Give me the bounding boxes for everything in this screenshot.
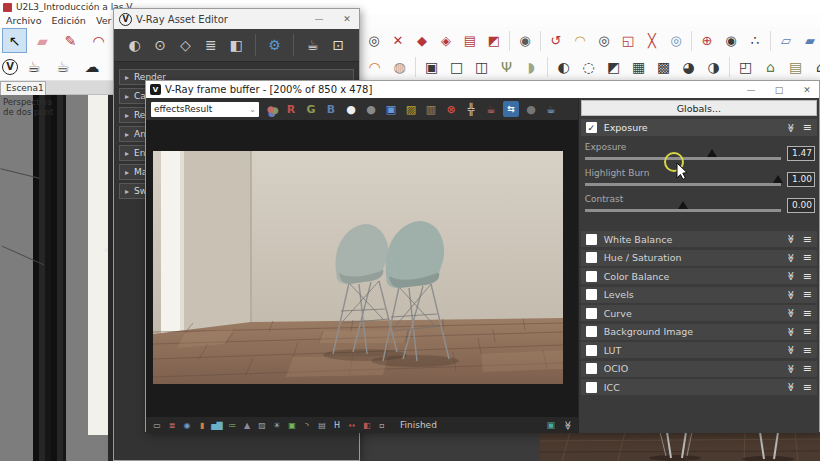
exposure-section-header[interactable]: ✓ Exposure ≫ ≡ bbox=[581, 119, 817, 136]
arc-tool-icon[interactable]: ◠ bbox=[86, 28, 111, 53]
collapse-chevron-icon[interactable]: ≫ bbox=[786, 253, 796, 262]
bars-icon[interactable]: ▮▯ bbox=[360, 419, 373, 431]
effect-checkbox[interactable] bbox=[586, 308, 597, 319]
checker-ball-icon[interactable]: ◕ bbox=[677, 54, 700, 79]
effect-row-background-image[interactable]: Background Image≫≡ bbox=[581, 324, 817, 340]
curve-area-icon[interactable]: ▲ bbox=[240, 419, 253, 431]
exposure-checkbox[interactable]: ✓ bbox=[586, 122, 597, 133]
close-button[interactable]: ✕ bbox=[795, 85, 819, 95]
stop-render-icon[interactable]: ⊗ bbox=[443, 101, 459, 117]
slider-value-field[interactable]: 1.00 bbox=[787, 172, 815, 187]
section-menu-icon[interactable]: ≡ bbox=[803, 307, 812, 320]
box-open-icon[interactable]: ◫ bbox=[470, 54, 493, 79]
vray-interactive-render-icon[interactable]: ☕ bbox=[50, 54, 76, 79]
slider-track[interactable] bbox=[585, 157, 781, 160]
effect-checkbox[interactable] bbox=[586, 382, 597, 393]
polygon-dome-icon[interactable]: ◠ bbox=[363, 54, 386, 79]
menu-item-archivo[interactable]: Archivo bbox=[6, 15, 42, 26]
lights-icon[interactable]: ⊙ bbox=[151, 36, 168, 55]
zoom-tool-icon[interactable]: ◎ bbox=[363, 28, 385, 53]
section-display-icon[interactable]: ▰ bbox=[799, 28, 820, 53]
frame-buffer-canvas[interactable] bbox=[146, 120, 578, 417]
effect-checkbox[interactable] bbox=[586, 345, 597, 356]
collapse-chevron-icon[interactable]: ≫ bbox=[786, 123, 796, 132]
section-menu-icon[interactable]: ≡ bbox=[803, 325, 812, 338]
open-folder-icon[interactable]: ▨ bbox=[403, 101, 419, 117]
texture-dice-icon[interactable]: ▦ bbox=[627, 54, 650, 79]
pencil-tool-icon[interactable]: ✎ bbox=[58, 28, 83, 53]
slider-track[interactable] bbox=[585, 209, 781, 212]
slider-marker[interactable] bbox=[707, 149, 717, 157]
minimize-button[interactable]: — bbox=[307, 14, 331, 24]
effect-row-white-balance[interactable]: White Balance≫≡ bbox=[581, 231, 817, 247]
layers-icon[interactable]: ≣ bbox=[202, 36, 219, 55]
effect-row-curve[interactable]: Curve≫≡ bbox=[581, 305, 817, 321]
grass-icon[interactable]: Ψ bbox=[495, 54, 518, 79]
frame-buffer-icon[interactable]: ⊡ bbox=[330, 36, 347, 55]
grab-box-icon[interactable]: ◰ bbox=[734, 54, 757, 79]
pixel-probe-icon[interactable]: ▫ bbox=[375, 419, 388, 431]
info-icon[interactable]: ◉ bbox=[180, 419, 193, 431]
slider-marker[interactable] bbox=[678, 201, 688, 209]
red-channel-button[interactable]: R bbox=[283, 101, 299, 117]
blue-channel-button[interactable]: B bbox=[323, 101, 339, 117]
collapse-chevron-icon[interactable]: ≫ bbox=[786, 234, 796, 243]
scene-tab[interactable]: Escena1 bbox=[0, 81, 46, 95]
texture-dice-b-icon[interactable]: ▩ bbox=[652, 54, 675, 79]
panel-collapse-arrow-icon[interactable]: ‹ bbox=[104, 243, 108, 256]
section-menu-icon[interactable]: ≡ bbox=[803, 381, 812, 394]
collapse-chevron-icon[interactable]: ≫ bbox=[786, 327, 796, 336]
section-menu-icon[interactable]: ≡ bbox=[803, 121, 812, 134]
split-diagonal-icon[interactable]: ◩ bbox=[602, 54, 625, 79]
arrows-red-icon[interactable]: ↔ bbox=[345, 419, 358, 431]
collapse-chevron-icon[interactable]: ≫ bbox=[786, 345, 796, 354]
geometry-icon[interactable]: ◇ bbox=[177, 36, 194, 55]
zoom-extents-icon[interactable]: ✕ bbox=[387, 28, 409, 53]
white-circle-icon[interactable]: ● bbox=[343, 101, 359, 117]
look-around-icon[interactable]: ◉ bbox=[720, 28, 742, 53]
vray-render-icon[interactable]: ☕ bbox=[21, 54, 47, 79]
gradient-icon[interactable]: ▮ bbox=[195, 419, 208, 431]
maximize-button[interactable]: □ bbox=[767, 85, 791, 95]
minimize-button[interactable]: — bbox=[739, 85, 763, 95]
section-menu-icon[interactable]: ≡ bbox=[803, 270, 812, 283]
house-component-icon[interactable]: ⌂ bbox=[759, 54, 782, 79]
effect-checkbox[interactable] bbox=[586, 234, 597, 245]
leaf-icon[interactable]: ◗ bbox=[520, 54, 543, 79]
section-menu-icon[interactable]: ≡ bbox=[803, 251, 812, 264]
sphere-icon[interactable]: ● bbox=[523, 101, 539, 117]
eraser-tool-icon[interactable]: ▰ bbox=[30, 28, 55, 53]
send-to-layout-icon[interactable]: ▤ bbox=[459, 28, 481, 53]
histogram-icon[interactable]: ▅▇ bbox=[210, 419, 223, 431]
slider-track[interactable] bbox=[585, 183, 781, 186]
render-last-icon[interactable]: ☕ bbox=[483, 101, 499, 117]
section-menu-icon[interactable]: ≡ bbox=[803, 344, 812, 357]
clipboard-icon[interactable]: ▥ bbox=[423, 101, 439, 117]
effect-row-hue-saturation[interactable]: Hue / Saturation≫≡ bbox=[581, 250, 817, 266]
section-menu-icon[interactable]: ≡ bbox=[803, 362, 812, 375]
histogram-h-icon[interactable]: H bbox=[330, 419, 343, 431]
effect-checkbox[interactable] bbox=[586, 363, 597, 374]
zoom-previous-icon[interactable]: ◎ bbox=[665, 28, 687, 53]
face-me-icon[interactable]: ▣ bbox=[420, 54, 443, 79]
save-image-icon[interactable]: ▣ bbox=[383, 101, 399, 117]
orbit-tool-icon[interactable]: ↺ bbox=[545, 28, 567, 53]
textures-icon[interactable]: ◧ bbox=[228, 36, 245, 55]
twilight-render-icon[interactable]: ◆ bbox=[411, 28, 433, 53]
rgb-channels-icon[interactable]: ● bbox=[263, 101, 279, 117]
collapse-chevron-icon[interactable]: ≫ bbox=[786, 364, 796, 373]
zoom-extents-2-icon[interactable]: ╳ bbox=[641, 28, 663, 53]
position-camera-icon[interactable]: ⊕ bbox=[696, 28, 718, 53]
shadow-sphere-icon[interactable]: ◐ bbox=[552, 54, 575, 79]
gray-circle-icon[interactable]: ● bbox=[363, 101, 379, 117]
levels-icon[interactable]: ≔ bbox=[225, 419, 238, 431]
image-region-icon[interactable]: ▣ bbox=[285, 419, 298, 431]
effect-checkbox[interactable] bbox=[586, 289, 597, 300]
zoom-window-icon[interactable]: ◱ bbox=[617, 28, 639, 53]
orbit-sphere-icon[interactable]: ◍ bbox=[388, 54, 411, 79]
rotate-dashed-icon[interactable]: ◌ bbox=[577, 54, 600, 79]
green-channel-button[interactable]: G bbox=[303, 101, 319, 117]
track-mouse-icon[interactable]: ╬ bbox=[463, 101, 479, 117]
twilight-render-b-icon[interactable]: ◈ bbox=[435, 28, 457, 53]
effect-row-icc[interactable]: ICC≫≡ bbox=[581, 379, 817, 395]
